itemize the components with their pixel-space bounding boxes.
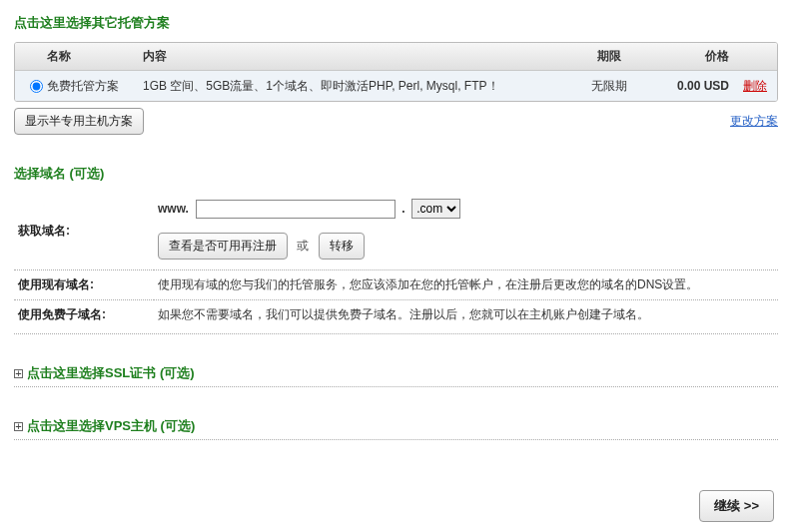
domain-existing-label: 使用现有域名: (14, 270, 154, 300)
ssl-line (14, 386, 778, 387)
vps-title: 点击这里选择VPS主机 (可选) (27, 417, 195, 435)
expand-icon: + (14, 369, 23, 378)
domain-freesub-row: 使用免费子域名: 如果您不需要域名，我们可以提供免费子域名。注册以后，您就可以在… (14, 300, 778, 330)
or-label: 或 (297, 239, 309, 253)
show-semi-dedicated-button[interactable]: 显示半专用主机方案 (14, 108, 144, 135)
ssl-section-toggle[interactable]: + 点击这里选择SSL证书 (可选) (14, 364, 778, 382)
continue-wrap: 继续 >> (14, 490, 778, 522)
check-availability-button[interactable]: 查看是否可用再注册 (158, 233, 288, 260)
domain-freesub-desc: 如果您不需要域名，我们可以提供免费子域名。注册以后，您就可以在主机账户创建子域名… (154, 300, 778, 330)
expand-icon: + (14, 422, 23, 431)
domain-bottom-line (14, 333, 778, 334)
vps-section-toggle[interactable]: + 点击这里选择VPS主机 (可选) (14, 417, 778, 435)
plans-section-title[interactable]: 点击这里选择其它托管方案 (14, 14, 778, 32)
plans-header-content: 内容 (143, 48, 569, 65)
plan-price: 0.00 USD (649, 79, 729, 93)
domain-freesub-label: 使用免费子域名: (14, 300, 154, 330)
transfer-button[interactable]: 转移 (319, 233, 365, 260)
domain-input[interactable] (196, 200, 396, 219)
plan-row: 免费托管方案 1GB 空间、5GB流量、1个域名、即时激活PHP, Perl, … (15, 71, 777, 101)
plans-header-name: 名称 (47, 48, 143, 65)
plan-desc: 1GB 空间、5GB流量、1个域名、即时激活PHP, Perl, Mysql, … (143, 78, 569, 95)
plans-table: 名称 内容 期限 价格 免费托管方案 1GB 空间、5GB流量、1个域名、即时激… (14, 42, 778, 102)
ssl-title: 点击这里选择SSL证书 (可选) (27, 364, 195, 382)
plans-header-term: 期限 (569, 48, 649, 65)
continue-button[interactable]: 继续 >> (699, 490, 774, 522)
below-plans-row: 显示半专用主机方案 更改方案 (14, 108, 778, 135)
domain-section-title: 选择域名 (可选) (14, 165, 778, 183)
plan-delete-link[interactable]: 删除 (743, 79, 767, 93)
change-plan-link[interactable]: 更改方案 (730, 113, 778, 130)
domain-existing-desc: 使用现有域的您与我们的托管服务，您应该添加在您的托管帐户，在注册后更改您的域名的… (154, 270, 778, 300)
domain-get-label: 获取域名: (14, 193, 154, 270)
domain-get-row: 获取域名: www. . .com (14, 193, 778, 225)
plan-term: 无限期 (569, 78, 649, 95)
plans-header-price: 价格 (649, 48, 729, 65)
domain-existing-row: 使用现有域名: 使用现有域的您与我们的托管服务，您应该添加在您的托管帐户，在注册… (14, 270, 778, 300)
dot-sep: . (398, 202, 408, 216)
www-prefix: www. (158, 202, 189, 216)
domain-table: 获取域名: www. . .com 查看是否可用再注册 或 转移 使用现有域名:… (14, 193, 778, 329)
vps-line (14, 439, 778, 440)
plan-name: 免费托管方案 (47, 78, 143, 95)
plans-header-row: 名称 内容 期限 价格 (15, 43, 777, 71)
plan-radio[interactable] (30, 80, 43, 93)
tld-select[interactable]: .com (411, 199, 460, 219)
